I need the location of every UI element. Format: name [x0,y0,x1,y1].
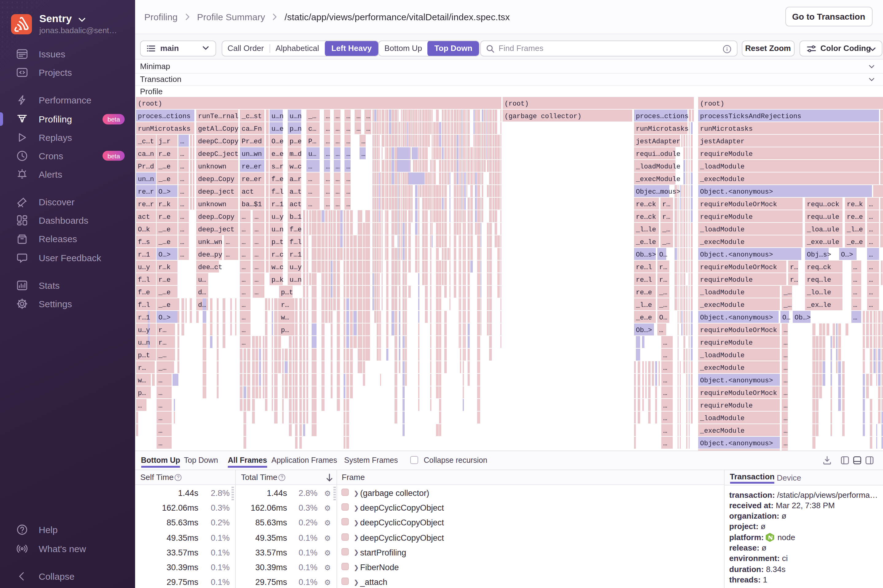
svg-text:…: … [784,326,787,334]
svg-text:act: act [290,200,302,208]
svg-text:…: … [346,125,350,133]
svg-text:O…: O… [659,314,667,321]
svg-text:re…r: re…r [138,188,154,195]
svg-text:deep…ject: deep…ject [198,226,234,233]
svg-text:_execModule: _execModule [700,301,745,309]
svg-text:_…e: _…e [158,163,171,170]
svg-text:…: … [869,251,873,258]
svg-text:_execModule: _execModule [700,175,745,183]
svg-text:r…e: r…e [158,213,171,220]
svg-text:ca…Fn: ca…Fn [242,125,262,133]
svg-text:…: … [663,364,667,372]
svg-text:P…: P… [308,138,316,145]
svg-text:u…n: u…n [272,226,284,233]
svg-text:…: … [326,163,330,170]
svg-text:O…>: O…> [158,251,171,258]
svg-text:act: act [242,188,254,195]
svg-text:…: … [663,427,667,435]
svg-text:r…: r… [790,276,798,284]
svg-text:_c…t: _c…t [138,138,154,145]
svg-text:…: … [326,138,330,145]
svg-text:j…r: j…r [158,138,171,145]
svg-text:re…ck: re…ck [636,213,656,220]
svg-text:re…l: re…l [636,263,652,271]
svg-text:runMicrotasks: runMicrotasks [636,125,689,133]
svg-text:requireModuleOrMock: requireModuleOrMock [700,263,777,271]
svg-text:_loadModule: _loadModule [635,163,680,170]
svg-text:runTe…rnal: runTe…rnal [198,112,239,120]
svg-text:…: … [242,339,246,346]
svg-text:…: … [138,402,142,410]
svg-text:…: … [663,351,667,359]
svg-text:…: … [853,263,857,271]
svg-text:…: … [784,364,787,372]
svg-text:r…: r… [158,326,167,334]
svg-text:u…y: u…y [138,326,150,334]
svg-text:unknown: unknown [198,163,226,170]
svg-text:…: … [180,226,184,233]
svg-text:r…: r… [790,263,798,271]
svg-text:re…k: re…k [847,200,863,208]
svg-text:…: … [336,138,339,145]
svg-text:…: … [784,440,787,447]
svg-text:…: … [336,112,339,120]
svg-text:…: … [158,427,162,435]
svg-text:_loa…ule: _loa…ule [806,226,839,233]
svg-text:f…e: f…e [138,288,150,296]
svg-text:_loadModule: _loadModule [700,163,745,170]
svg-text:…: … [853,288,857,296]
svg-text:O…e: O…e [272,138,284,145]
svg-text:O…: O… [659,251,667,258]
svg-text:…: … [326,112,330,120]
svg-text:requ…ule: requ…ule [807,213,839,220]
svg-text:unk…wn: unk…wn [198,238,222,246]
svg-text:…: … [226,251,230,258]
svg-text:…: … [356,112,360,120]
svg-text:Object.<anonymous>: Object.<anonymous> [700,251,773,258]
svg-text:_e…e: _e…e [847,238,863,246]
svg-text:…: … [346,112,350,120]
svg-text:b…1: b…1 [290,213,302,220]
svg-text:_lo…le: _lo…le [806,288,831,296]
svg-text:_execModule: _execModule [700,238,745,246]
svg-text:O…>: O…> [158,188,171,195]
svg-text:…: … [326,125,330,133]
svg-text:…: … [869,276,873,284]
svg-text:…: … [663,414,667,422]
svg-text:…: … [180,150,184,158]
svg-text:ca…n: ca…n [138,150,154,158]
svg-text:O…k: O…k [138,226,150,233]
svg-text:Object.<anonymous>: Object.<anonymous> [700,376,773,384]
svg-text:re…e: re…e [636,288,652,296]
svg-text:dee…ct: dee…ct [198,263,222,271]
svg-text:r…1: r…1 [138,314,150,321]
svg-text:_…: _… [308,112,316,120]
svg-text:requireModuleOrMock: requireModuleOrMock [700,200,777,208]
svg-text:_…: _… [659,301,667,309]
svg-text:act: act [138,213,150,220]
svg-text:…: … [308,163,312,170]
svg-text:…: … [869,226,873,233]
svg-text:requireModule: requireModule [700,150,753,158]
svg-text:runMicrotasks: runMicrotasks [138,125,191,133]
svg-text:…: … [242,226,246,233]
svg-text:ba…$1: ba…$1 [242,200,262,208]
svg-text:dee…py: dee…py [198,251,222,258]
svg-text:…: … [869,213,873,220]
svg-text:…: … [361,138,365,145]
svg-text:u…y: u…y [290,263,302,271]
svg-text:…: … [346,163,350,170]
svg-text:u…y: u…y [138,263,150,271]
svg-text:_loadModule: _loadModule [700,351,745,359]
svg-text:p…: p… [281,326,289,334]
svg-text:…: … [158,414,162,422]
svg-text:e…e: e…e [272,150,284,158]
svg-text:…: … [242,238,246,246]
svg-text:requi…odule: requi…odule [636,150,680,158]
svg-text:u…e: u…e [272,125,284,133]
svg-text:r…1: r…1 [290,251,302,258]
svg-text:_…: _… [158,364,167,372]
svg-text:u…n: u…n [272,112,284,120]
svg-text:_loadModule: _loadModule [700,288,745,296]
svg-text:…: … [242,276,246,284]
